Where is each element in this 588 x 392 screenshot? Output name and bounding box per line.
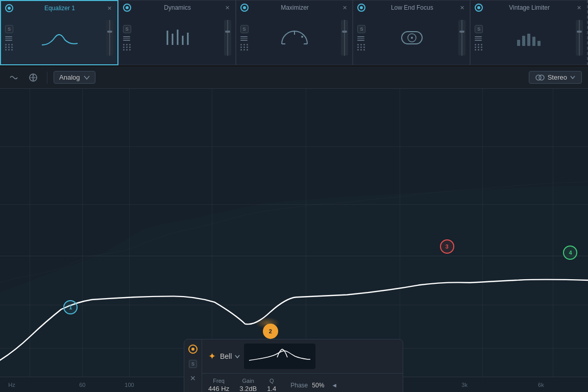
fader-dyn[interactable] (224, 20, 231, 56)
eq-curve (0, 89, 588, 377)
band-popup-content: ✦ Bell Freq 446 Hz (202, 339, 403, 392)
eq-area: 1 2 3 4 S ✕ ✦ Bell (0, 89, 588, 392)
band-close-icon[interactable]: ✕ (190, 374, 196, 382)
freq-label-3k: 3k (461, 382, 468, 388)
eq-node-2[interactable]: 2 (263, 324, 278, 339)
dots-icon-lef[interactable] (357, 44, 365, 51)
power-btn-dyn[interactable] (123, 4, 131, 12)
svg-rect-14 (527, 34, 530, 46)
svg-rect-12 (517, 40, 520, 46)
phase-section: Phase 50% ◄ (290, 378, 397, 392)
plugin-name-vl: Vintage Limiter (483, 4, 576, 11)
toolbar: Analog Stereo (0, 66, 588, 89)
fader-vl[interactable] (576, 20, 583, 56)
svg-rect-15 (532, 37, 535, 46)
gain-label: Gain (242, 378, 254, 384)
dots-icon-max[interactable] (240, 44, 249, 51)
freq-value[interactable]: 446 Hz (208, 385, 229, 392)
freq-param: Freq 446 Hz (208, 378, 229, 392)
stereo-label: Stereo (548, 74, 567, 81)
dots-icon-dyn[interactable] (123, 44, 131, 51)
svg-point-8 (301, 36, 303, 38)
close-btn-vl[interactable]: ✕ (576, 4, 583, 11)
plugin-slot-vl[interactable]: Vintage Limiter ✕ S (470, 0, 588, 65)
plugin-slot-max[interactable]: Maximizer ✕ S (236, 0, 353, 65)
power-btn-vl[interactable] (475, 4, 483, 12)
fader-max[interactable] (341, 20, 348, 56)
power-btn-lef[interactable] (357, 4, 365, 12)
eq-node-2-label: 2 (269, 328, 272, 334)
thumbnail-vl (486, 22, 573, 53)
power-btn-eq1[interactable] (5, 4, 13, 12)
freq-label-60: 60 (79, 382, 85, 388)
band-popup-controls: S ✕ (184, 339, 202, 392)
band-popup: S ✕ ✦ Bell (184, 339, 403, 392)
fader-eq1[interactable] (106, 20, 113, 56)
thumbnail-lef (369, 22, 455, 53)
plugin-name-dyn: Dynamics (131, 4, 224, 11)
gain-value[interactable]: 3.2dB (239, 385, 257, 392)
plugin-strip: Equalizer 1 ✕ S Dynamics ✕ (0, 0, 588, 66)
menu-icon-eq1[interactable] (5, 36, 12, 41)
analog-select[interactable]: Analog (54, 71, 95, 84)
dots-icon-vl[interactable] (475, 44, 483, 51)
phase-arrow-icon[interactable]: ◄ (331, 382, 337, 389)
band-type-label: Bell (220, 352, 232, 360)
fader-lef[interactable] (458, 20, 465, 56)
q-label: Q (270, 378, 274, 384)
band-params: Freq 446 Hz Gain 3.2dB Q 1.4 Phase 50% ◄ (202, 374, 403, 392)
s-btn-eq1[interactable]: S (5, 25, 13, 33)
close-btn-dyn[interactable]: ✕ (224, 4, 231, 11)
waveform-btn[interactable] (6, 70, 21, 85)
gain-param: Gain 3.2dB (239, 378, 257, 392)
eq-node-3-label: 3 (445, 243, 448, 250)
s-btn-max[interactable]: S (240, 25, 249, 33)
s-btn-lef[interactable]: S (357, 25, 365, 33)
plugin-name-eq1: Equalizer 1 (13, 5, 106, 12)
dots-icon-eq1[interactable] (5, 44, 13, 51)
svg-rect-13 (522, 36, 525, 46)
close-btn-max[interactable]: ✕ (341, 4, 348, 11)
menu-icon-lef[interactable] (357, 36, 364, 41)
analog-label: Analog (59, 74, 80, 81)
phase-value: 50% (312, 382, 327, 389)
svg-rect-16 (537, 41, 541, 46)
band-type-row: ✦ Bell (202, 339, 403, 374)
plugin-name-max: Maximizer (249, 4, 341, 11)
globe-btn[interactable] (26, 70, 41, 85)
q-param: Q 1.4 (267, 378, 276, 392)
phase-label: Phase (290, 382, 308, 389)
band-miniplot (244, 344, 315, 369)
toolbar-divider-1 (47, 71, 47, 84)
svg-point-11 (411, 37, 413, 39)
menu-icon-max[interactable] (240, 36, 248, 41)
band-power-btn[interactable] (188, 345, 198, 354)
plugin-slot-lef[interactable]: Low End Focus ✕ S (353, 0, 470, 65)
band-type-select[interactable]: Bell (220, 352, 240, 360)
power-btn-max[interactable] (240, 4, 249, 12)
eq-node-4[interactable]: 4 (563, 246, 577, 260)
close-btn-lef[interactable]: ✕ (458, 4, 465, 11)
freq-label: Freq (213, 378, 225, 384)
plugin-slot-dyn[interactable]: Dynamics ✕ S (118, 0, 236, 65)
menu-icon-dyn[interactable] (123, 36, 130, 41)
s-btn-vl[interactable]: S (475, 25, 483, 33)
thumbnail-max (252, 22, 338, 53)
thumbnail-eq1 (16, 22, 103, 53)
eq-node-1-label: 1 (69, 304, 72, 310)
freq-label-100: 100 (125, 382, 134, 388)
freq-label-hz: Hz (8, 382, 15, 388)
bell-icon: ✦ (208, 351, 216, 362)
plugin-slot-eq1[interactable]: Equalizer 1 ✕ S (0, 0, 118, 65)
eq-node-3[interactable]: 3 (440, 239, 454, 254)
eq-node-4-label: 4 (569, 250, 572, 256)
eq-node-1[interactable]: 1 (63, 300, 78, 314)
q-value[interactable]: 1.4 (267, 385, 276, 392)
stereo-btn[interactable]: Stereo (529, 71, 582, 84)
freq-label-6k: 6k (538, 382, 544, 388)
s-btn-dyn[interactable]: S (123, 25, 131, 33)
band-s-btn[interactable]: S (189, 360, 197, 368)
svg-point-20 (539, 75, 544, 80)
menu-icon-vl[interactable] (475, 36, 482, 41)
close-btn-eq1[interactable]: ✕ (106, 5, 113, 12)
